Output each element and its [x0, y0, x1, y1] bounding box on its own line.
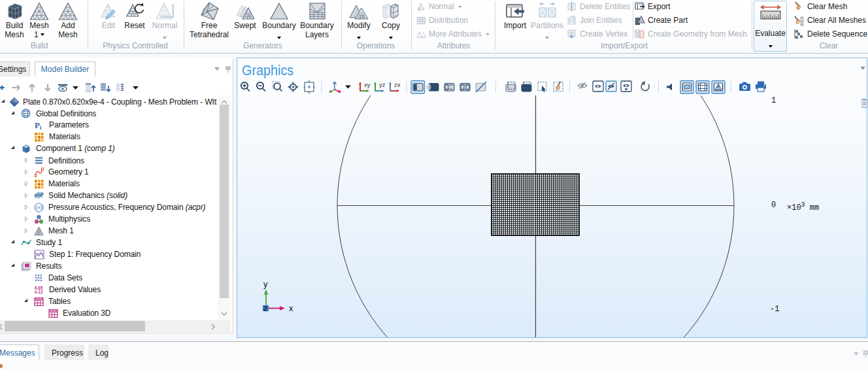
- svg-text:zx: zx: [394, 81, 401, 88]
- svg-text:z: z: [263, 303, 268, 313]
- svg-text:yz: yz: [379, 81, 386, 88]
- svg-text:e-12: e-12: [35, 290, 43, 294]
- svg-text:xy: xy: [364, 81, 371, 88]
- svg-text:y: y: [263, 279, 268, 289]
- svg-text:P: P: [35, 120, 40, 130]
- svg-text:i: i: [40, 124, 42, 130]
- svg-text:x: x: [289, 303, 293, 313]
